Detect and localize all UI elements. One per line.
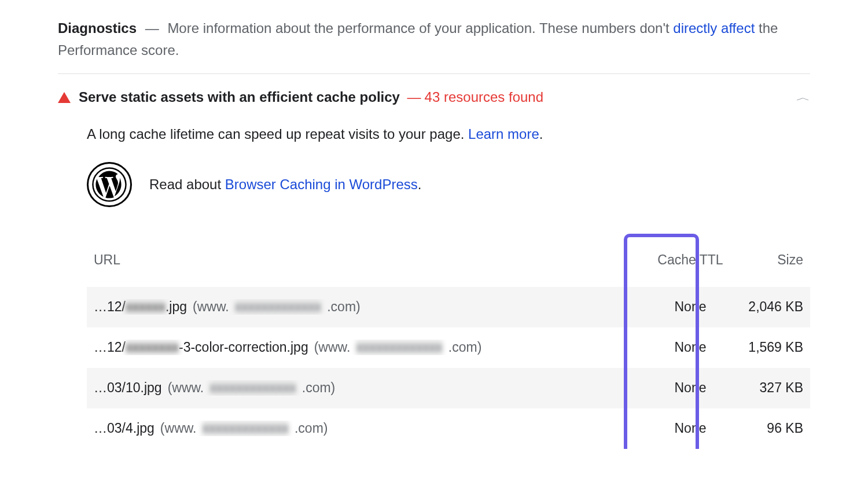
col-url: URL [94,252,653,268]
url-cell: …12/xxxxxxxx-3-color-correction.jpg(www.… [94,340,653,355]
wordpress-icon [87,162,132,207]
size-cell: 2,046 KB [728,299,803,315]
table-row[interactable]: …03/10.jpg(www.xxxxxxxxxxxxx.com)None327… [87,368,810,408]
url-host-post: .com) [327,299,361,314]
url-host-redacted: xxxxxxxxxxxxx [356,340,443,355]
wp-text-after: . [418,176,422,192]
cache-ttl-cell: None [653,380,728,396]
col-size: Size [728,252,803,268]
url-host-post: .com) [295,421,328,436]
url-cell: …03/4.jpg(www.xxxxxxxxxxxxx.com) [94,421,653,436]
audit-title: Serve static assets with an efficient ca… [79,89,400,105]
cache-ttl-cell: None [653,421,728,436]
wp-text-before: Read about [149,176,225,192]
url-path-redacted: xxxxxxxx [126,340,179,355]
audit-heading: Serve static assets with an efficient ca… [79,89,543,105]
audit-count-text: 43 resources found [425,89,543,105]
url-path-pre: …03/4.jpg [94,421,155,436]
diagnostics-link[interactable]: directly affect [673,20,755,36]
audit-count-dash: — [407,89,421,105]
url-path-post: .jpg [165,299,187,314]
url-host-post: .com) [302,380,336,395]
url-path-pre: …12/ [94,340,126,355]
col-cache-ttl: Cache TTL [653,252,728,269]
cache-ttl-cell: None [653,340,728,355]
url-host-post: .com) [448,340,482,355]
resources-table-wrap: URL Cache TTL Size …12/xxxxxx.jpg(www.xx… [87,234,810,449]
url-path-pre: …12/ [94,299,126,314]
url-host-redacted: xxxxxxxxxxxxx [235,299,322,315]
wordpress-hint: Read about Browser Caching in WordPress. [87,162,810,207]
audit-body: A long cache lifetime can speed up repea… [58,126,810,449]
diagnostics-desc-before: More information about the performance o… [167,20,673,36]
url-path-redacted: xxxxxx [126,299,165,315]
table-row[interactable]: …03/4.jpg(www.xxxxxxxxxxxxx.com)None96 K… [87,408,810,449]
table-row[interactable]: …12/xxxxxx.jpg(www.xxxxxxxxxxxxx.com)Non… [87,287,810,327]
chevron-up-icon: ︿ [796,91,810,104]
wp-caching-link[interactable]: Browser Caching in WordPress [225,176,418,192]
audit-explain-after: . [539,126,543,142]
size-cell: 96 KB [728,421,803,436]
diagnostics-dash: — [145,20,159,36]
url-cell: …12/xxxxxx.jpg(www.xxxxxxxxxxxxx.com) [94,299,653,315]
url-host-pre: (www. [193,299,229,314]
size-cell: 327 KB [728,380,803,396]
url-path-post: -3-color-correction.jpg [179,340,308,355]
cache-ttl-cell: None [653,299,728,315]
url-host-pre: (www. [314,340,351,355]
url-host-redacted: xxxxxxxxxxxxx [209,380,296,396]
resources-table: URL Cache TTL Size …12/xxxxxx.jpg(www.xx… [87,234,810,449]
audit-count: —43 resources found [407,89,543,105]
audit-explain: A long cache lifetime can speed up repea… [87,126,810,142]
diagnostics-title: Diagnostics [58,20,137,36]
table-header: URL Cache TTL Size [87,234,810,287]
learn-more-link[interactable]: Learn more [468,126,539,142]
url-host-pre: (www. [168,380,204,395]
audit-toggle-row[interactable]: Serve static assets with an efficient ca… [58,80,810,115]
warning-triangle-icon [58,92,71,103]
diagnostics-header: Diagnostics — More information about the… [58,17,810,74]
size-cell: 1,569 KB [728,340,803,355]
col-cache-ttl-text: Cache TTL [657,252,723,267]
table-body: …12/xxxxxx.jpg(www.xxxxxxxxxxxxx.com)Non… [87,287,810,449]
audit-explain-text: A long cache lifetime can speed up repea… [87,126,468,142]
url-host-redacted: xxxxxxxxxxxxx [202,421,289,436]
url-cell: …03/10.jpg(www.xxxxxxxxxxxxx.com) [94,380,653,396]
wordpress-hint-text: Read about Browser Caching in WordPress. [149,176,421,193]
url-path-pre: …03/10.jpg [94,380,162,395]
url-host-pre: (www. [160,421,197,436]
table-row[interactable]: …12/xxxxxxxx-3-color-correction.jpg(www.… [87,327,810,368]
